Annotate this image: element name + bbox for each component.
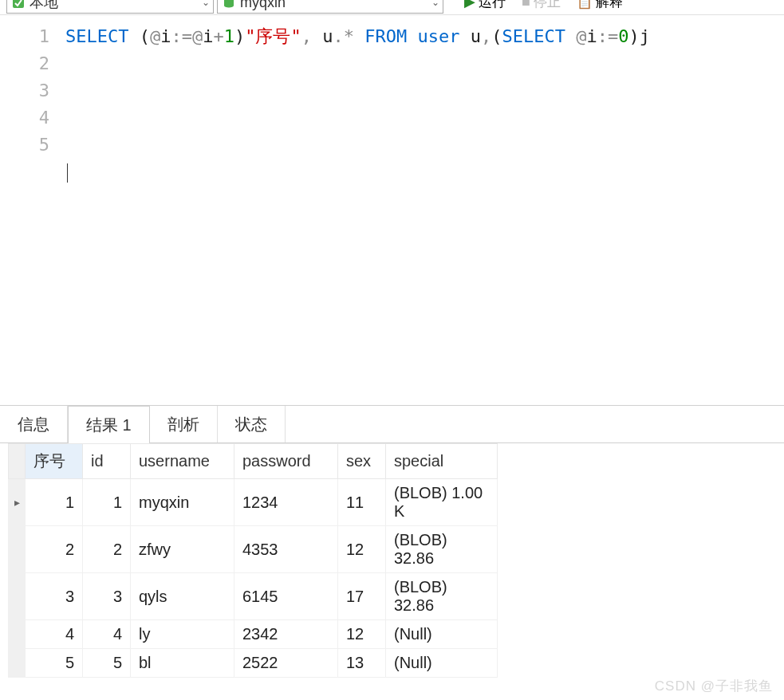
stop-label: 停止 (534, 0, 561, 11)
result-tabs: 信息 结果 1 剖析 状态 (0, 405, 784, 443)
table-row[interactable]: 55bl252213(Null) (9, 649, 498, 678)
stop-button[interactable]: ■ 停止 (515, 0, 567, 11)
row-marker: ▸ (9, 479, 26, 526)
tab-info[interactable]: 信息 (0, 406, 68, 442)
cell-rownum[interactable]: 1 (26, 479, 83, 526)
cell-password[interactable]: 6145 (234, 573, 338, 620)
col-username[interactable]: username (131, 444, 234, 479)
line-number: 5 (0, 132, 49, 159)
col-id[interactable]: id (83, 444, 131, 479)
cell-password[interactable]: 1234 (234, 479, 338, 526)
run-button[interactable]: ▶ 运行 (458, 0, 512, 11)
cell-username[interactable]: myqxin (131, 479, 234, 526)
cell-username[interactable]: bl (131, 649, 234, 678)
tab-status[interactable]: 状态 (218, 406, 286, 442)
cell-sex[interactable]: 12 (338, 620, 386, 649)
tab-profile[interactable]: 剖析 (150, 406, 218, 442)
result-table: 序号 id username password sex special ▸11m… (8, 443, 498, 678)
cell-id[interactable]: 4 (83, 620, 131, 649)
stop-icon: ■ (522, 0, 530, 10)
connection-dropdown[interactable]: 本地 ⌄ (6, 0, 214, 14)
row-marker (9, 573, 26, 620)
tab-result[interactable]: 结果 1 (68, 406, 150, 443)
line-number: 2 (0, 50, 49, 77)
cell-rownum[interactable]: 2 (26, 526, 83, 573)
line-number: 4 (0, 104, 49, 132)
row-marker (9, 649, 26, 678)
sql-editor: 1 2 3 4 5 SELECT (@i:=@i+1)"序号", u.* FRO… (0, 14, 784, 405)
cell-rownum[interactable]: 4 (26, 620, 83, 649)
cell-sex[interactable]: 11 (338, 479, 386, 526)
table-row[interactable]: ▸11myqxin123411(BLOB) 1.00 K (9, 479, 498, 526)
table-row[interactable]: 33qyls614517(BLOB) 32.86 (9, 573, 498, 620)
col-rownum[interactable]: 序号 (26, 444, 83, 479)
col-marker (9, 444, 26, 479)
cell-sex[interactable]: 17 (338, 573, 386, 620)
cell-special[interactable]: (Null) (386, 620, 498, 649)
row-marker (9, 620, 26, 649)
watermark: CSDN @子非我鱼 (655, 677, 773, 695)
line-gutter: 1 2 3 4 5 (0, 15, 57, 405)
explain-label: 解释 (596, 0, 623, 11)
cell-password[interactable]: 4353 (234, 526, 338, 573)
text-cursor (67, 163, 68, 183)
cell-sex[interactable]: 12 (338, 526, 386, 573)
cell-password[interactable]: 2522 (234, 649, 338, 678)
cell-id[interactable]: 3 (83, 573, 131, 620)
line-number: 3 (0, 77, 49, 104)
database-label: myqxin (240, 0, 427, 11)
toolbar: 本地 ⌄ myqxin ⌄ ▶ 运行 ■ 停止 📋 解释 (0, 0, 784, 14)
database-icon (223, 0, 235, 9)
table-row[interactable]: 22zfwy435312(BLOB) 32.86 (9, 526, 498, 573)
cell-id[interactable]: 2 (83, 526, 131, 573)
cell-username[interactable]: qyls (131, 573, 234, 620)
cell-rownum[interactable]: 3 (26, 573, 83, 620)
col-special[interactable]: special (386, 444, 498, 479)
table-row[interactable]: 44ly234212(Null) (9, 620, 498, 649)
col-sex[interactable]: sex (338, 444, 386, 479)
line-number: 1 (0, 23, 49, 50)
cell-id[interactable]: 1 (83, 479, 131, 526)
cell-special[interactable]: (Null) (386, 649, 498, 678)
explain-icon: 📋 (577, 0, 593, 10)
play-icon: ▶ (464, 0, 475, 10)
chevron-down-icon: ⌄ (431, 0, 439, 8)
database-dropdown[interactable]: myqxin ⌄ (217, 0, 443, 14)
connection-label: 本地 (30, 0, 197, 12)
cell-username[interactable]: zfwy (131, 526, 234, 573)
cell-id[interactable]: 5 (83, 649, 131, 678)
table-header-row: 序号 id username password sex special (9, 444, 498, 479)
code-area[interactable]: SELECT (@i:=@i+1)"序号", u.* FROM user u,(… (57, 15, 784, 405)
cell-special[interactable]: (BLOB) 1.00 K (386, 479, 498, 526)
cell-username[interactable]: ly (131, 620, 234, 649)
results-panel: 序号 id username password sex special ▸11m… (0, 443, 784, 678)
cell-password[interactable]: 2342 (234, 620, 338, 649)
cell-special[interactable]: (BLOB) 32.86 (386, 526, 498, 573)
connection-icon (12, 0, 25, 9)
col-password[interactable]: password (234, 444, 338, 479)
chevron-down-icon: ⌄ (202, 0, 210, 8)
run-label: 运行 (479, 0, 506, 11)
cell-special[interactable]: (BLOB) 32.86 (386, 573, 498, 620)
explain-button[interactable]: 📋 解释 (570, 0, 629, 11)
row-marker (9, 526, 26, 573)
cell-rownum[interactable]: 5 (26, 649, 83, 678)
cell-sex[interactable]: 13 (338, 649, 386, 678)
